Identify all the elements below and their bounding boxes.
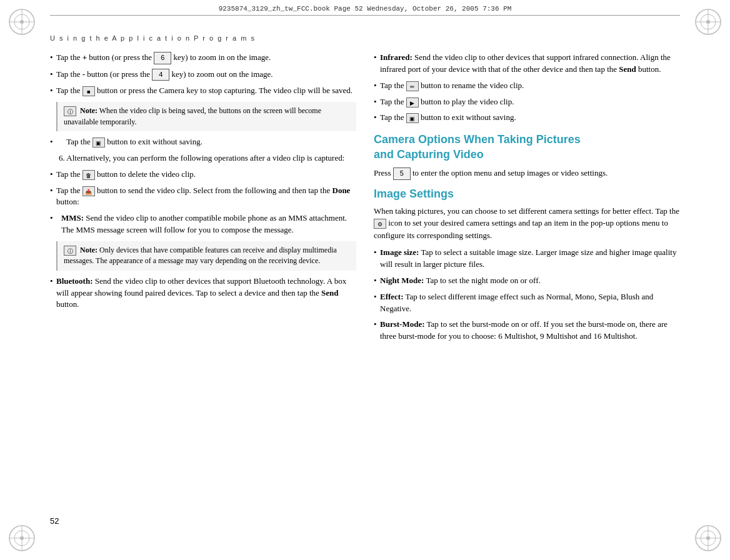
rename-icon: ✏ (406, 81, 419, 91)
bullet-send: Tap the 📤 button to send the video clip.… (50, 185, 356, 209)
exit-icon-2: ▣ (406, 113, 419, 123)
image-settings-intro: When taking pictures, you can choose to … (374, 205, 680, 242)
svg-point-9 (706, 20, 710, 24)
bullet-camera-key: Tap the ■ button or press the Camera key… (50, 85, 356, 97)
bullet-infrared: Infrared: Send the video clip to other d… (374, 52, 680, 76)
corner-decoration-bl (6, 522, 38, 554)
key-4: 4 (152, 69, 169, 81)
bullet-zoom-out: Tap the - button (or press the 4 key) to… (50, 69, 356, 81)
exit-icon: ▣ (92, 138, 105, 148)
left-column: Tap the + button (or press the 6 key) to… (50, 52, 356, 347)
note-label-2: Note: (80, 246, 98, 254)
svg-point-14 (20, 536, 24, 540)
key-5: 5 (393, 168, 411, 179)
svg-point-4 (20, 20, 24, 24)
send-icon: 📤 (82, 186, 95, 196)
right-column: Infrared: Send the video clip to other d… (374, 52, 680, 347)
bullet-mms: MMS: Send the video clip to another comp… (50, 212, 356, 236)
bullet-exit-save: Tap the ▣ button to exit without saving. (374, 112, 680, 124)
bullet-play: Tap the ▶ button to play the video clip. (374, 96, 680, 108)
corner-decoration-tl (6, 6, 38, 38)
bullet-image-size: Image size: Tap to select a suitable ima… (374, 247, 680, 271)
stop-icon: ■ (82, 86, 95, 96)
numbered-item-6: 6. Alternatively, you can perform the fo… (50, 152, 356, 164)
image-settings-heading: Image Settings (374, 188, 680, 201)
section-heading: U s i n g t h e A p p l i c a t i o n P … (50, 34, 680, 42)
bullet-rename: Tap the ✏ button to rename the video cli… (374, 80, 680, 92)
camera-options-text: Press 5 to enter the option menu and set… (374, 167, 680, 180)
note-label-1: Note: (80, 106, 98, 115)
note-icon: ⓘ (64, 106, 76, 116)
play-icon: ▶ (406, 98, 419, 108)
page-number: 52 (50, 516, 59, 526)
file-info-bar: 9235874_3129_zh_tw_FCC.book Page 52 Wedn… (50, 5, 680, 16)
key-6: 6 (154, 52, 171, 64)
bullet-bluetooth: Bluetooth: Send the video clip to other … (50, 276, 356, 311)
bullet-exit-no-save: Tap the ▣ button to exit without saving. (50, 136, 356, 148)
note-box-mms: ⓘ Note: Only devices that have compatibl… (56, 241, 356, 271)
bullet-zoom-in: Tap the + button (or press the 6 key) to… (50, 52, 356, 64)
svg-point-19 (706, 536, 710, 540)
corner-decoration-br (692, 522, 724, 554)
bullet-night-mode: Night Mode: Tap to set the night mode on… (374, 275, 680, 287)
corner-decoration-tr (692, 6, 724, 38)
note-icon-2: ⓘ (64, 246, 76, 256)
bullet-effect: Effect: Tap to select different image ef… (374, 291, 680, 315)
camera-options-heading: Camera Options When Taking Picturesand C… (374, 132, 680, 162)
bullet-delete: Tap the 🗑 button to delete the video cli… (50, 169, 356, 181)
delete-icon: 🗑 (82, 170, 95, 180)
bullet-burst-mode: Burst-Mode: Tap to set the burst-mode on… (374, 319, 680, 342)
settings-icon: ⚙ (374, 219, 386, 229)
note-box-saving: ⓘ Note: When the video clip is being sav… (56, 102, 356, 131)
